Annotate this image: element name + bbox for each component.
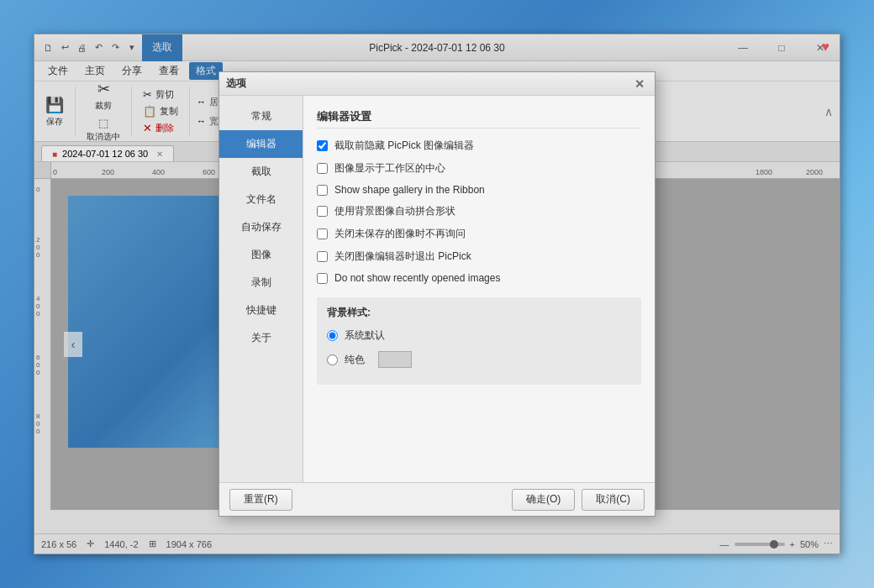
bg-option-solid: 纯色: [327, 351, 631, 368]
dialog-overlay: 选项 ✕ 常规 编辑器 截取 文件名 自动保存 图像 录制 快捷键 关于: [34, 34, 840, 554]
option-exit-picpick: 关闭图像编辑器时退出 PicPick: [317, 249, 641, 264]
label-hide-picpick: 截取前隐藏 PicPick 图像编辑器: [334, 139, 474, 153]
options-dialog: 选项 ✕ 常规 编辑器 截取 文件名 自动保存 图像 录制 快捷键 关于: [218, 71, 656, 517]
checkbox-no-ask-close[interactable]: [317, 228, 328, 239]
label-no-recent: Do not show recently opened images: [334, 272, 500, 284]
dialog-sidebar: 常规 编辑器 截取 文件名 自动保存 图像 录制 快捷键 关于: [219, 96, 303, 482]
radio-bg-solid[interactable]: [327, 354, 338, 365]
radio-bg-system[interactable]: [327, 330, 338, 341]
label-exit-picpick: 关闭图像编辑器时退出 PicPick: [334, 249, 471, 264]
dialog-footer: 重置(R) 确走(O) 取消(C): [219, 482, 655, 516]
checkbox-center-image[interactable]: [317, 163, 328, 174]
bg-section: 背景样式: 系统默认 纯色: [317, 297, 641, 385]
dialog-close-button[interactable]: ✕: [631, 76, 648, 92]
option-hide-picpick: 截取前隐藏 PicPick 图像编辑器: [317, 139, 641, 153]
bg-section-title: 背景样式:: [327, 306, 631, 320]
option-show-shape-ribbon: Show shape gallery in the Ribbon: [317, 184, 641, 196]
checkbox-bg-image[interactable]: [317, 206, 328, 217]
dialog-nav-autosave[interactable]: 自动保存: [219, 213, 303, 241]
dialog-nav-record[interactable]: 录制: [219, 269, 303, 297]
dialog-nav-editor[interactable]: 编辑器: [219, 130, 303, 158]
option-no-recent: Do not show recently opened images: [317, 272, 641, 284]
cancel-button[interactable]: 取消(C): [582, 489, 645, 511]
dialog-nav-about[interactable]: 关于: [219, 324, 303, 352]
dialog-content: 编辑器设置 截取前隐藏 PicPick 图像编辑器 图像显示于工作区的中心 Sh…: [303, 96, 655, 482]
label-center-image: 图像显示于工作区的中心: [334, 161, 445, 176]
dialog-nav-image[interactable]: 图像: [219, 241, 303, 269]
checkbox-show-shape-ribbon[interactable]: [317, 185, 328, 196]
dialog-body: 常规 编辑器 截取 文件名 自动保存 图像 录制 快捷键 关于 编辑器设置: [219, 96, 655, 482]
editor-section-title: 编辑器设置: [317, 109, 641, 129]
label-show-shape-ribbon: Show shape gallery in the Ribbon: [334, 184, 485, 196]
checkbox-no-recent[interactable]: [317, 273, 328, 284]
label-bg-system: 系统默认: [345, 328, 385, 343]
dialog-title: 选项: [226, 76, 246, 91]
dialog-nav-capture[interactable]: 截取: [219, 158, 303, 186]
heart-icon: ♥: [822, 39, 830, 55]
option-bg-image: 使用背景图像自动拼合形状: [317, 204, 641, 218]
label-no-ask-close: 关闭未保存的图像时不再询问: [334, 227, 466, 241]
confirm-button[interactable]: 确走(O): [512, 489, 575, 511]
option-no-ask-close: 关闭未保存的图像时不再询问: [317, 227, 641, 241]
checkbox-exit-picpick[interactable]: [317, 251, 328, 262]
label-bg-solid: 纯色: [345, 353, 365, 367]
bg-option-system: 系统默认: [327, 328, 631, 343]
dialog-title-bar: 选项 ✕: [219, 72, 655, 96]
bg-color-swatch[interactable]: [378, 351, 412, 368]
reset-button[interactable]: 重置(R): [229, 489, 292, 511]
dialog-nav-shortcuts[interactable]: 快捷键: [219, 297, 303, 324]
app-window: 🗋 ↩ 🖨 ↶ ↷ ▾ 选取 PicPick - 2024-07-01 12 0…: [34, 34, 840, 554]
label-bg-image: 使用背景图像自动拼合形状: [334, 204, 455, 218]
checkbox-hide-picpick[interactable]: [317, 140, 328, 151]
dialog-nav-general[interactable]: 常规: [219, 102, 303, 130]
dialog-nav-filename[interactable]: 文件名: [219, 186, 303, 213]
option-center-image: 图像显示于工作区的中心: [317, 161, 641, 176]
